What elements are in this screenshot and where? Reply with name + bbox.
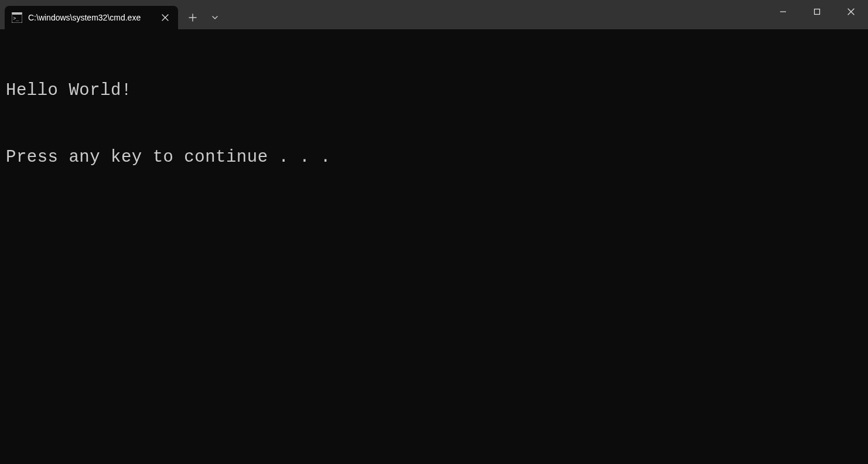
terminal-line: Press any key to continue . . . xyxy=(6,146,862,169)
close-tab-button[interactable] xyxy=(158,11,172,25)
svg-rect-1 xyxy=(12,12,22,15)
terminal-tab[interactable]: >_ C:\windows\system32\cmd.exe xyxy=(5,6,178,29)
tab-title: C:\windows\system32\cmd.exe xyxy=(28,13,152,22)
minimize-button[interactable] xyxy=(766,0,800,23)
maximize-button[interactable] xyxy=(800,0,834,23)
svg-text:>_: >_ xyxy=(13,16,19,21)
tab-dropdown-button[interactable] xyxy=(204,6,226,29)
tab-actions xyxy=(182,6,226,29)
cmd-icon: >_ xyxy=(12,12,22,23)
title-bar: >_ C:\windows\system32\cmd.exe xyxy=(0,0,868,29)
window-controls xyxy=(766,0,868,29)
terminal-output: Hello World! Press any key to continue .… xyxy=(6,35,862,213)
terminal-window: >_ C:\windows\system32\cmd.exe xyxy=(0,0,868,464)
new-tab-button[interactable] xyxy=(182,6,204,29)
terminal-viewport[interactable]: Hello World! Press any key to continue .… xyxy=(0,29,868,464)
tab-strip: >_ C:\windows\system32\cmd.exe xyxy=(0,0,226,29)
terminal-line: Hello World! xyxy=(6,80,862,102)
svg-rect-3 xyxy=(815,9,820,15)
close-window-button[interactable] xyxy=(834,0,868,23)
